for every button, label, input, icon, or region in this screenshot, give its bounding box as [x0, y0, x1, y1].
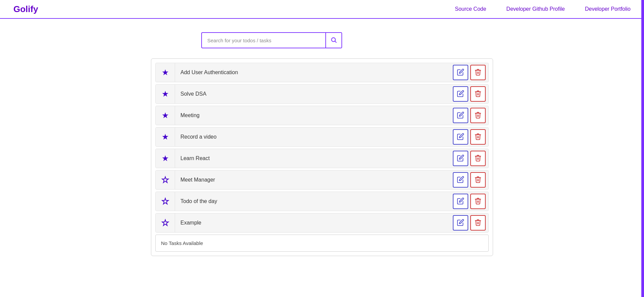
- task-item: ★Example: [155, 213, 489, 233]
- edit-button[interactable]: [453, 194, 468, 209]
- edit-button[interactable]: [453, 151, 468, 166]
- task-item: ★Meet Manager: [155, 170, 489, 190]
- edit-button[interactable]: [453, 215, 468, 231]
- trash-icon: [474, 133, 482, 141]
- task-item: ★Solve DSA: [155, 84, 489, 104]
- task-actions: [453, 65, 488, 80]
- edit-button[interactable]: [453, 129, 468, 145]
- edit-icon: [457, 68, 464, 77]
- task-label: Add User Authentication: [175, 69, 453, 76]
- edit-button[interactable]: [453, 65, 468, 80]
- edit-button[interactable]: [453, 86, 468, 102]
- star-button[interactable]: ★: [156, 213, 175, 233]
- trash-icon: [474, 111, 482, 120]
- delete-button[interactable]: [470, 172, 486, 188]
- star-button[interactable]: ★: [156, 84, 175, 104]
- delete-button[interactable]: [470, 108, 486, 123]
- task-label: Example: [175, 220, 453, 226]
- trash-icon: [474, 68, 482, 77]
- no-tasks-message: No Tasks Available: [155, 235, 489, 252]
- nav-portfolio[interactable]: Developer Portfolio: [585, 6, 631, 12]
- task-actions: [453, 215, 488, 231]
- trash-icon: [474, 154, 482, 163]
- task-item: ★Meeting: [155, 106, 489, 125]
- delete-button[interactable]: [470, 194, 486, 209]
- trash-icon: [474, 197, 482, 206]
- edit-icon: [457, 197, 464, 206]
- search-container: [201, 32, 342, 48]
- trash-icon: [474, 90, 482, 98]
- star-icon: ★: [162, 218, 169, 228]
- delete-button[interactable]: [470, 65, 486, 80]
- edit-button[interactable]: [453, 172, 468, 188]
- edit-icon: [457, 111, 464, 120]
- task-item: ★Record a video: [155, 127, 489, 147]
- star-icon: ★: [162, 197, 169, 206]
- navbar: Golify Source Code Developer Github Prof…: [0, 0, 644, 19]
- search-wrapper: [201, 32, 342, 48]
- delete-button[interactable]: [470, 129, 486, 145]
- delete-button[interactable]: [470, 215, 486, 231]
- star-icon: ★: [162, 154, 169, 163]
- task-item: ★Learn React: [155, 149, 489, 168]
- svg-line-1: [335, 41, 336, 42]
- task-list-container: ★Add User Authentication★Solve DSA★Meeti…: [151, 58, 493, 256]
- trash-icon: [474, 176, 482, 184]
- scrollbar-accent: [641, 0, 644, 297]
- star-icon: ★: [162, 68, 169, 77]
- star-icon: ★: [162, 132, 169, 142]
- task-label: Solve DSA: [175, 91, 453, 97]
- task-actions: [453, 151, 488, 166]
- star-button[interactable]: ★: [156, 170, 175, 190]
- trash-icon: [474, 219, 482, 227]
- task-label: Meeting: [175, 112, 453, 118]
- star-button[interactable]: ★: [156, 106, 175, 125]
- delete-button[interactable]: [470, 151, 486, 166]
- star-button[interactable]: ★: [156, 127, 175, 147]
- task-item: ★Add User Authentication: [155, 63, 489, 82]
- delete-button[interactable]: [470, 86, 486, 102]
- nav-links: Source Code Developer Github Profile Dev…: [455, 6, 631, 12]
- search-button[interactable]: [325, 32, 341, 48]
- nav-github-profile[interactable]: Developer Github Profile: [506, 6, 565, 12]
- star-icon: ★: [162, 111, 169, 120]
- star-icon: ★: [162, 175, 169, 185]
- task-label: Record a video: [175, 134, 453, 140]
- task-actions: [453, 172, 488, 188]
- edit-icon: [457, 90, 464, 98]
- task-item: ★Todo of the day: [155, 192, 489, 211]
- star-button[interactable]: ★: [156, 63, 175, 82]
- task-actions: [453, 194, 488, 209]
- task-label: Meet Manager: [175, 177, 453, 183]
- search-icon: [330, 37, 337, 44]
- task-label: Todo of the day: [175, 198, 453, 204]
- task-actions: [453, 86, 488, 102]
- star-icon: ★: [162, 89, 169, 99]
- task-actions: [453, 108, 488, 123]
- search-input[interactable]: [202, 38, 325, 43]
- edit-icon: [457, 176, 464, 184]
- main-content: ★Add User Authentication★Solve DSA★Meeti…: [0, 19, 644, 269]
- edit-icon: [457, 219, 464, 227]
- star-button[interactable]: ★: [156, 192, 175, 211]
- star-button[interactable]: ★: [156, 149, 175, 168]
- nav-source-code[interactable]: Source Code: [455, 6, 486, 12]
- task-label: Learn React: [175, 155, 453, 161]
- edit-icon: [457, 154, 464, 163]
- brand-logo: Golify: [13, 4, 38, 14]
- edit-button[interactable]: [453, 108, 468, 123]
- task-actions: [453, 129, 488, 145]
- edit-icon: [457, 133, 464, 141]
